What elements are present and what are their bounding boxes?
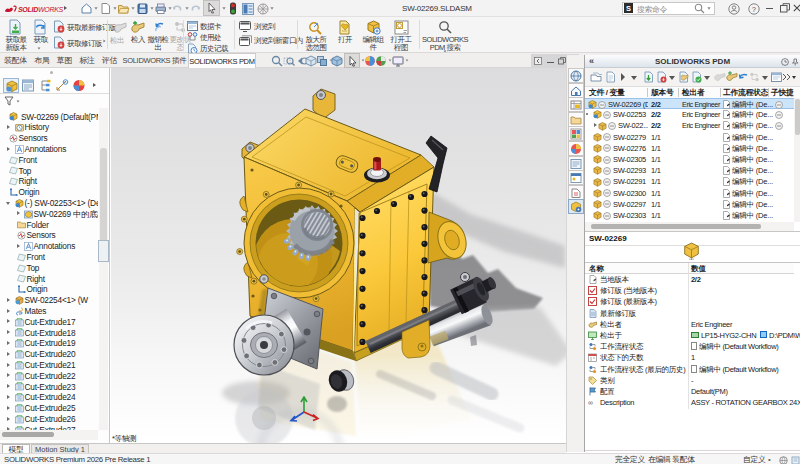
svg-text:WORKS: WORKS [38,6,64,13]
svg-text:∞: ∞ [588,399,593,406]
svg-text:?: ? [752,4,756,13]
svg-text:SOLID: SOLID [18,6,38,13]
